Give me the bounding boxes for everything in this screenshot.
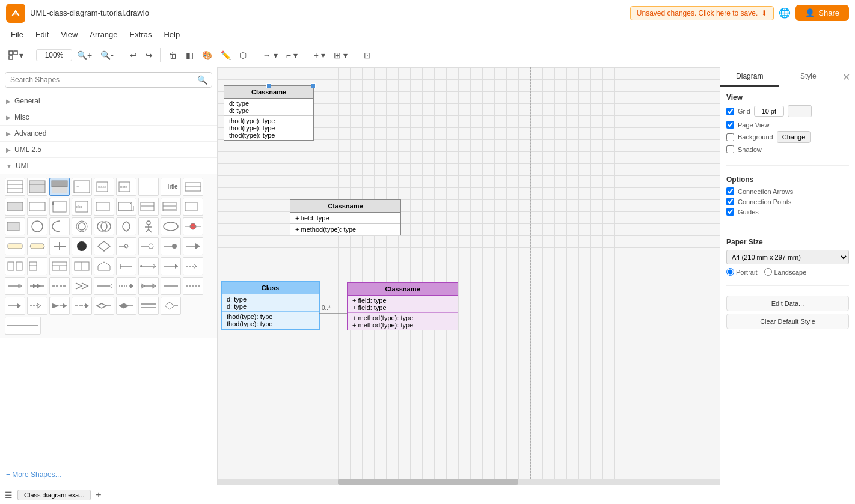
shape-item[interactable]	[116, 277, 136, 295]
connection-arrows-checkbox[interactable]	[726, 187, 734, 195]
shape-item[interactable]	[27, 237, 48, 255]
shape-item[interactable]	[138, 198, 159, 216]
shape-item[interactable]	[27, 178, 48, 196]
shape-item[interactable]	[27, 217, 48, 235]
shape-item[interactable]	[72, 217, 92, 235]
shape-item[interactable]	[183, 178, 203, 196]
shape-item[interactable]	[27, 297, 48, 315]
portrait-label[interactable]: Portrait	[726, 268, 757, 276]
shape-item[interactable]	[94, 217, 114, 235]
shape-item[interactable]	[138, 297, 159, 315]
landscape-radio[interactable]	[764, 268, 772, 276]
zoom-in-button[interactable]: 🔍+	[73, 48, 96, 62]
add-page-button[interactable]: +	[96, 490, 101, 500]
shape-item[interactable]	[183, 237, 203, 255]
shape-item[interactable]	[5, 198, 25, 216]
change-background-button[interactable]: Change	[777, 131, 811, 143]
shape-item[interactable]	[138, 237, 159, 255]
menu-item-extras[interactable]: Extras	[125, 28, 157, 41]
shape-item[interactable]	[183, 257, 203, 275]
shape-item[interactable]	[161, 198, 181, 216]
shape-item[interactable]	[94, 257, 114, 275]
shape-item[interactable]	[183, 277, 203, 295]
format-button[interactable]: ◧	[182, 48, 197, 62]
shape-item[interactable]	[94, 198, 114, 216]
shape-item[interactable]	[161, 257, 181, 275]
shape-item[interactable]	[5, 178, 25, 196]
shape-item[interactable]: Title	[161, 178, 181, 196]
uml-class-3[interactable]: Class d: type d: type thod(type): type t…	[221, 281, 320, 330]
background-checkbox[interactable]	[726, 133, 734, 141]
shape-item[interactable]	[183, 198, 203, 216]
shape-item[interactable]	[116, 237, 136, 255]
grid-value-input[interactable]	[754, 106, 784, 117]
connector-button[interactable]: → ▾	[259, 48, 281, 62]
line-color-button[interactable]: ✏️	[217, 48, 234, 62]
shape-item[interactable]	[161, 297, 181, 315]
uml-class-4[interactable]: Classname + field: type + field: type + …	[347, 282, 458, 330]
clear-default-style-button[interactable]: Clear Default Style	[726, 314, 849, 329]
connection-points-checkbox[interactable]	[726, 198, 734, 205]
category-general[interactable]: ▶ General	[0, 93, 217, 109]
unsaved-banner[interactable]: Unsaved changes. Click here to save. ⬇	[630, 6, 774, 20]
uml-class-2[interactable]: Classname + field: type + method(type): …	[290, 199, 401, 235]
search-input[interactable]	[5, 72, 212, 88]
shape-item[interactable]	[27, 198, 48, 216]
shape-item[interactable]: ≡	[72, 178, 92, 196]
shape-item[interactable]	[49, 297, 70, 315]
shape-item[interactable]	[49, 257, 70, 275]
shape-item[interactable]	[49, 217, 70, 235]
category-advanced[interactable]: ▶ Advanced	[0, 126, 217, 142]
fill-color-button[interactable]: 🎨	[198, 48, 216, 62]
shape-item[interactable]	[5, 217, 25, 235]
undo-button[interactable]: ↩	[126, 48, 141, 62]
menu-item-help[interactable]: Help	[159, 28, 185, 41]
shape-item[interactable]	[49, 237, 70, 255]
tab-menu-icon[interactable]: ☰	[5, 490, 13, 500]
zoom-out-button[interactable]: 🔍-	[97, 48, 117, 62]
zoom-display[interactable]: 100%	[36, 49, 72, 61]
shape-item[interactable]	[72, 297, 92, 315]
grid-checkbox[interactable]	[726, 108, 734, 115]
tab-diagram[interactable]: Diagram	[720, 67, 779, 87]
table-button[interactable]: ⊞ ▾	[330, 48, 351, 62]
menu-item-arrange[interactable]: Arrange	[85, 28, 122, 41]
shape-item[interactable]	[161, 217, 181, 235]
shape-item-selected[interactable]	[49, 178, 70, 196]
shape-item[interactable]	[27, 257, 48, 275]
expand-button[interactable]: ⊡	[360, 48, 375, 62]
uml-class-1[interactable]: Classname d: type d: type thod(type): ty…	[224, 85, 314, 141]
shape-item[interactable]	[94, 237, 114, 255]
shape-item[interactable]: note	[116, 178, 136, 196]
page-tab[interactable]: Class diagram exa...	[17, 490, 91, 500]
shape-item[interactable]	[72, 237, 92, 255]
shape-item[interactable]	[49, 277, 70, 295]
shape-item[interactable]: class	[94, 178, 114, 196]
share-button[interactable]: 👤 Share	[795, 5, 849, 21]
category-uml[interactable]: ▼ UML	[0, 158, 217, 174]
landscape-label[interactable]: Landscape	[764, 268, 806, 276]
shape-item[interactable]	[5, 257, 25, 275]
menu-item-file[interactable]: File	[6, 28, 28, 41]
shape-item[interactable]	[138, 257, 159, 275]
shadow-checkbox[interactable]	[726, 145, 734, 153]
shape-item[interactable]	[116, 257, 136, 275]
canvas-grid[interactable]: Classname d: type d: type thod(type): ty…	[218, 67, 720, 485]
shape-item[interactable]	[27, 277, 48, 295]
shape-item[interactable]	[5, 277, 25, 295]
shape-item[interactable]	[72, 257, 92, 275]
shape-item[interactable]	[161, 277, 181, 295]
view-toggle-button[interactable]: ▾	[5, 48, 27, 62]
scrollbar-thumb[interactable]	[338, 479, 518, 485]
tab-style[interactable]: Style	[779, 67, 838, 87]
portrait-radio[interactable]	[726, 268, 734, 276]
shape-item[interactable]	[161, 237, 181, 255]
shape-item[interactable]	[94, 277, 114, 295]
shape-item[interactable]	[94, 297, 114, 315]
shape-item[interactable]	[116, 217, 136, 235]
shape-item[interactable]	[5, 237, 25, 255]
guides-checkbox[interactable]	[726, 208, 734, 216]
shape-item[interactable]	[138, 178, 159, 196]
horizontal-scrollbar[interactable]	[218, 479, 720, 485]
menu-item-view[interactable]: View	[56, 28, 82, 41]
